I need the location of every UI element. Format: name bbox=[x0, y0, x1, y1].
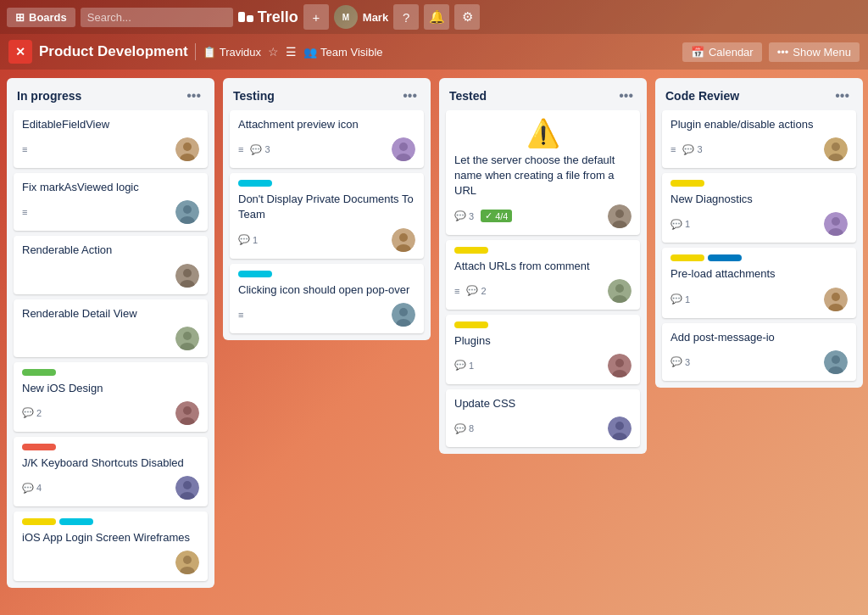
settings-button[interactable]: ⚙ bbox=[454, 4, 480, 30]
card[interactable]: Plugin enable/disable actions≡💬3 bbox=[662, 110, 856, 168]
list-header: In progress ••• bbox=[7, 78, 214, 110]
svg-point-7 bbox=[183, 269, 192, 277]
card-title: J/K Keyboard Shortcuts Disabled bbox=[22, 456, 199, 471]
card-title: Attach URLs from comment bbox=[454, 259, 632, 274]
card-title: Plugin enable/disable actions bbox=[670, 117, 848, 132]
comment-icon: 💬 bbox=[250, 144, 262, 155]
svg-point-1 bbox=[183, 143, 192, 151]
card[interactable]: Attach URLs from comment≡💬2 bbox=[446, 240, 640, 310]
card-title: Pre-load attachments bbox=[670, 266, 848, 282]
card-avatar bbox=[392, 137, 415, 161]
comment-icon: 💬 bbox=[670, 219, 682, 230]
comments-badge: 💬2 bbox=[22, 407, 42, 418]
card[interactable]: J/K Keyboard Shortcuts Disabled💬4 bbox=[14, 437, 208, 506]
card-title: Update CSS bbox=[454, 396, 632, 411]
list-cards: ⚠️Let the server choose the default name… bbox=[439, 110, 647, 454]
card-title: Don't Display Private Documents To Team bbox=[238, 192, 415, 222]
show-menu-button[interactable]: ••• Show Menu bbox=[769, 42, 860, 62]
calendar-button[interactable]: 📅 Calendar bbox=[682, 42, 762, 62]
card-avatar bbox=[824, 137, 848, 161]
card-label bbox=[454, 247, 488, 254]
card[interactable]: Plugins💬1 bbox=[446, 315, 640, 384]
card-badges: 💬1 bbox=[670, 294, 690, 305]
comment-icon: 💬 bbox=[454, 360, 466, 371]
help-button[interactable]: ? bbox=[393, 4, 419, 30]
list-menu-button[interactable]: ••• bbox=[399, 87, 420, 105]
list-title: Code Review bbox=[665, 89, 739, 103]
card-label bbox=[22, 518, 56, 525]
lines-icon: ≡ bbox=[22, 144, 27, 154]
card[interactable]: Don't Display Private Documents To Team💬… bbox=[230, 173, 424, 258]
card-footer: 💬3 bbox=[670, 350, 848, 374]
comments-badge: 💬1 bbox=[454, 360, 474, 371]
board-actions: 📅 Calendar ••• Show Menu bbox=[682, 42, 860, 62]
board-header: ✕ Product Development 📋 Travidux ☆ ☰ 👥 T… bbox=[0, 34, 868, 70]
trello-logo: Trello bbox=[238, 8, 298, 26]
card-avatar bbox=[824, 212, 848, 236]
card[interactable]: EditableFieldView≡ bbox=[14, 110, 208, 168]
add-button[interactable]: + bbox=[303, 4, 329, 30]
menu-icon[interactable]: ☰ bbox=[286, 45, 297, 59]
list-cards: Attachment preview icon≡💬3 Don't Display… bbox=[223, 110, 431, 340]
svg-point-46 bbox=[832, 217, 840, 226]
list-title: In progress bbox=[17, 89, 81, 103]
warning-icon: ⚠️ bbox=[454, 117, 632, 149]
svg-point-49 bbox=[832, 293, 840, 301]
comment-icon: 💬 bbox=[22, 483, 34, 494]
comment-icon: 💬 bbox=[670, 294, 682, 305]
card-footer: ≡💬2 bbox=[454, 279, 632, 303]
comments-badge: 💬3 bbox=[250, 144, 270, 155]
card-avatar bbox=[392, 228, 415, 252]
list-menu-button[interactable]: ••• bbox=[832, 87, 853, 105]
card[interactable]: Add post-message-io💬3 bbox=[662, 323, 856, 381]
notifications-button[interactable]: 🔔 bbox=[424, 4, 449, 30]
app-name-label: Trello bbox=[258, 8, 298, 26]
workspace-label[interactable]: 📋 Travidux bbox=[203, 46, 261, 59]
card[interactable]: Renderable Action bbox=[14, 236, 208, 294]
card-labels bbox=[238, 271, 415, 277]
svg-point-16 bbox=[183, 481, 192, 489]
svg-point-22 bbox=[399, 143, 408, 151]
svg-point-37 bbox=[615, 359, 624, 367]
calendar-icon: 📅 bbox=[691, 46, 704, 59]
card[interactable]: Clicking icon should open pop-over≡ bbox=[230, 264, 424, 333]
card-labels bbox=[670, 254, 848, 261]
check-icon: ✓ bbox=[485, 210, 492, 221]
list-menu-button[interactable]: ••• bbox=[183, 87, 204, 105]
boards-label: Boards bbox=[29, 11, 67, 24]
card-badges: 💬3✓4/4 bbox=[454, 210, 512, 222]
user-menu-button[interactable]: Mark bbox=[363, 11, 388, 24]
card[interactable]: ⚠️Let the server choose the default name… bbox=[446, 110, 640, 235]
list-title: Testing bbox=[233, 89, 275, 103]
search-input[interactable] bbox=[81, 8, 233, 27]
lines-badge: ≡ bbox=[22, 207, 27, 217]
card-avatar bbox=[175, 551, 199, 574]
card-labels bbox=[670, 180, 848, 187]
card-footer bbox=[22, 264, 199, 288]
comment-icon: 💬 bbox=[670, 356, 682, 367]
grid-icon: ⊞ bbox=[15, 11, 25, 24]
boards-button[interactable]: ⊞ Boards bbox=[7, 8, 75, 27]
svg-point-10 bbox=[183, 332, 192, 340]
card[interactable]: Renderable Detail View bbox=[14, 299, 208, 357]
show-menu-label: Show Menu bbox=[793, 46, 851, 59]
card[interactable]: Pre-load attachments💬1 bbox=[662, 248, 856, 317]
card-badges: 💬4 bbox=[22, 483, 42, 494]
list-title: Tested bbox=[449, 89, 487, 103]
list-menu-button[interactable]: ••• bbox=[615, 87, 637, 105]
card-badges: ≡💬2 bbox=[454, 285, 487, 296]
card[interactable]: New Diagnostics💬1 bbox=[662, 173, 856, 243]
card-title: New Diagnostics bbox=[670, 192, 848, 207]
checklist-badge: ✓4/4 bbox=[481, 210, 512, 222]
card[interactable]: Fix markAsViewed logic≡ bbox=[14, 173, 208, 231]
card[interactable]: Attachment preview icon≡💬3 bbox=[230, 110, 424, 168]
card[interactable]: New iOS Design💬2 bbox=[14, 362, 208, 432]
card[interactable]: iOS App Login Screen Wireframes bbox=[14, 512, 208, 581]
card-title: Let the server choose the default name w… bbox=[454, 153, 632, 199]
card[interactable]: Update CSS💬8 bbox=[446, 389, 640, 447]
lines-badge: ≡ bbox=[238, 310, 243, 320]
card-label bbox=[670, 254, 704, 261]
star-button[interactable]: ☆ bbox=[268, 45, 279, 59]
card-badges: 💬1 bbox=[670, 219, 690, 230]
help-icon: ? bbox=[403, 10, 409, 25]
